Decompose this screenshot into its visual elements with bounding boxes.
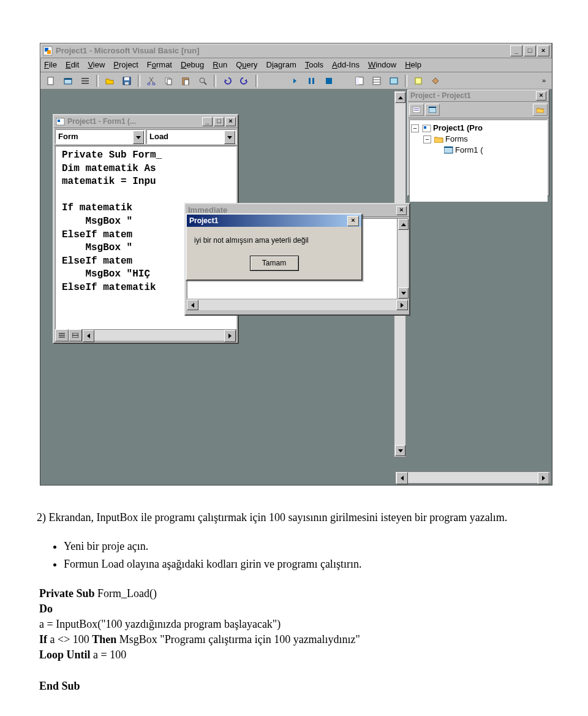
window-title: Project1 - Microsoft Visual Basic [run]	[56, 45, 200, 56]
project-tree[interactable]: − Project1 (Pro − Forms Form1 (	[409, 120, 548, 202]
svg-rect-36	[424, 126, 426, 129]
svg-point-12	[148, 83, 150, 85]
list-item: Formun Load olayına aşağıdaki kodları gi…	[64, 557, 551, 572]
toolbox-button[interactable]	[428, 74, 443, 88]
procedure-view-button[interactable]	[55, 329, 69, 341]
end-button[interactable]	[321, 74, 337, 88]
svg-point-13	[153, 83, 155, 85]
menu-help[interactable]: Help	[405, 59, 421, 70]
menu-tools[interactable]: Tools	[305, 59, 323, 70]
menu-editor-button[interactable]	[77, 74, 93, 88]
immediate-close-button[interactable]: ×	[396, 206, 407, 215]
toolbar: »	[40, 72, 552, 90]
svg-rect-5	[64, 78, 72, 80]
tree-forms-folder[interactable]: − Forms	[411, 134, 546, 145]
tree-form1-node[interactable]: Form1 (	[411, 145, 546, 156]
mdi-area: Project - Project1 × − Project1 (Pro −	[40, 89, 552, 485]
project-explorer-toolbar	[408, 102, 549, 118]
code-window-titlebar[interactable]: Project1 - Form1 (... _ □ ×	[54, 115, 238, 128]
code-window-title: Project1 - Form1 (...	[67, 116, 136, 127]
paste-button[interactable]	[178, 74, 194, 88]
copy-button[interactable]	[160, 74, 176, 88]
menu-run[interactable]: Run	[213, 59, 227, 70]
mdi-hscroll[interactable]	[395, 471, 551, 484]
msgbox-close-button[interactable]: ×	[347, 216, 359, 226]
minimize-button[interactable]: _	[510, 45, 522, 56]
maximize-button[interactable]: □	[524, 45, 536, 56]
svg-rect-2	[47, 50, 51, 54]
open-button[interactable]	[102, 74, 118, 88]
toggle-folders-button[interactable]	[533, 104, 548, 116]
menu-project[interactable]: Project	[113, 59, 138, 70]
app-icon	[43, 46, 53, 56]
svg-rect-34	[429, 107, 436, 108]
menu-file[interactable]: File	[44, 59, 57, 70]
msgbox-titlebar[interactable]: Project1 ×	[187, 215, 361, 227]
svg-rect-22	[326, 78, 332, 84]
properties-button[interactable]	[369, 74, 385, 88]
project-explorer-button[interactable]	[352, 74, 368, 88]
svg-rect-29	[415, 78, 421, 84]
start-button[interactable]	[287, 74, 303, 88]
menu-format[interactable]: Format	[147, 59, 172, 70]
menu-view[interactable]: View	[88, 59, 105, 70]
title-bar[interactable]: Project1 - Microsoft Visual Basic [run] …	[40, 44, 552, 58]
code-sample: Private Sub Form_Load() Do a = InputBox(…	[39, 586, 551, 694]
panel-close-button[interactable]: ×	[536, 91, 546, 101]
close-button[interactable]: ×	[537, 45, 549, 56]
svg-rect-10	[124, 77, 129, 80]
svg-rect-40	[58, 120, 60, 122]
svg-rect-38	[444, 147, 453, 148]
procedure-combo[interactable]: Load	[146, 129, 236, 144]
find-button[interactable]	[195, 74, 211, 88]
cut-button[interactable]	[143, 74, 159, 88]
msgbox-title-text: Project1	[189, 216, 218, 226]
menu-addins[interactable]: Add-Ins	[332, 59, 360, 70]
undo-button[interactable]	[219, 74, 235, 88]
redo-button[interactable]	[236, 74, 252, 88]
full-module-view-button[interactable]	[69, 329, 82, 341]
svg-rect-6	[81, 78, 89, 79]
msgbox-message: iyi bir not almışsın ama yeterli değil	[187, 227, 361, 252]
object-combo[interactable]: Form	[55, 129, 145, 144]
save-button[interactable]	[119, 74, 135, 88]
tree-project-node[interactable]: − Project1 (Pro	[411, 123, 546, 134]
new-project-button[interactable]	[43, 74, 59, 88]
cw-maximize-button[interactable]: □	[214, 117, 224, 126]
object-browser-button[interactable]	[410, 74, 426, 88]
menu-query[interactable]: Query	[236, 59, 257, 70]
immediate-vscroll[interactable]	[397, 219, 408, 299]
message-box: Project1 × iyi bir not almışsın ama yete…	[186, 213, 363, 281]
vb-ide-window: Project1 - Microsoft Visual Basic [run] …	[40, 43, 552, 486]
instruction-list: Yeni bir proje açın. Formun Load olayına…	[37, 539, 551, 572]
svg-rect-7	[81, 80, 89, 82]
svg-rect-8	[81, 83, 89, 84]
menu-window[interactable]: Window	[368, 59, 396, 70]
toolbar-overflow-icon[interactable]: »	[542, 76, 549, 85]
add-form-button[interactable]	[60, 74, 76, 88]
cw-close-button[interactable]: ×	[225, 117, 236, 126]
menu-debug[interactable]: Debug	[181, 59, 204, 70]
cw-minimize-button[interactable]: _	[202, 117, 213, 126]
svg-rect-20	[309, 78, 311, 84]
project-explorer-title[interactable]: Project - Project1 ×	[408, 90, 549, 102]
svg-rect-28	[390, 78, 398, 84]
view-code-button[interactable]	[409, 104, 424, 116]
question-text: 2) Ekrandan, InputBox ile programı çalış…	[37, 510, 551, 525]
break-button[interactable]	[304, 74, 320, 88]
list-item: Yeni bir proje açın.	[64, 539, 551, 554]
code-hscroll[interactable]	[82, 329, 236, 341]
project-explorer: Project - Project1 × − Project1 (Pro −	[407, 90, 549, 196]
immediate-hscroll[interactable]	[187, 300, 408, 310]
svg-rect-24	[356, 77, 359, 85]
menu-diagram[interactable]: Diagram	[266, 59, 296, 70]
msgbox-ok-button[interactable]: Tamam	[250, 256, 299, 271]
form-layout-button[interactable]	[386, 74, 402, 88]
svg-rect-17	[184, 80, 189, 85]
svg-rect-25	[373, 77, 380, 85]
menu-edit[interactable]: Edit	[66, 59, 79, 70]
dropdown-icon	[133, 131, 144, 144]
view-object-button[interactable]	[425, 104, 440, 116]
svg-line-19	[204, 82, 206, 85]
dropdown-icon	[224, 131, 235, 144]
